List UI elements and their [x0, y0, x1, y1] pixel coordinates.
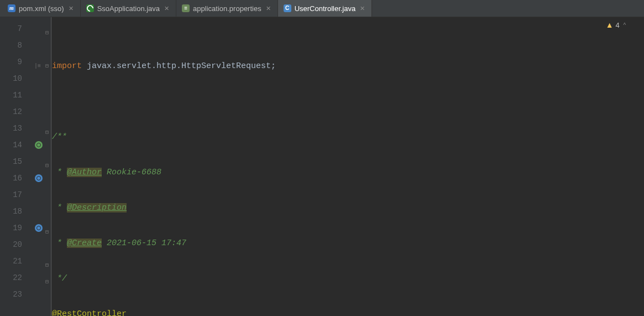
tab-label: SsoApplication.java — [97, 4, 160, 13]
line-number: 11 — [0, 87, 33, 103]
gutter-icons: |≡ — [33, 17, 44, 316]
vertical-guide — [51, 17, 51, 316]
code-area[interactable]: import javax.servlet.http.HttpServletReq… — [52, 17, 644, 316]
javadoc: * — [52, 239, 67, 248]
javadoc: Rookie-6688 — [102, 168, 161, 177]
close-icon[interactable]: ✕ — [359, 5, 366, 12]
spring-bean-icon[interactable] — [35, 224, 43, 232]
tab-bar: m pom.xml (sso) ✕ SsoApplication.java ✕ … — [0, 0, 644, 17]
line-number: 13 — [0, 120, 33, 137]
spring-props-icon: ≡ — [182, 4, 190, 12]
spring-bean-icon[interactable] — [35, 141, 43, 149]
warning-icon: ▲ — [606, 20, 614, 29]
keyword: import — [52, 61, 82, 71]
line-number-gutter: 7 8 9 10 11 12 13 14 15 16 17 18 19 20 2… — [0, 17, 33, 316]
close-icon[interactable]: ✕ — [163, 5, 170, 12]
maven-icon: m — [8, 4, 15, 12]
warning-count: 4 — [616, 21, 620, 29]
line-number: 12 — [0, 103, 33, 120]
line-number: 9 — [0, 54, 33, 70]
line-number: 17 — [0, 187, 33, 203]
line-number: 8 — [0, 37, 33, 54]
tab-label: UserController.java — [295, 4, 356, 13]
code-text: javax.servlet.http.HttpServletRequest; — [82, 61, 276, 71]
javadoc: /** — [52, 132, 67, 142]
line-number: 19 — [0, 220, 33, 236]
line-number: 22 — [0, 270, 33, 286]
tab-props[interactable]: ≡ application.properties ✕ — [176, 0, 278, 17]
tab-sso[interactable]: SsoApplication.java ✕ — [81, 0, 176, 17]
spring-class-icon — [86, 4, 94, 12]
tab-label: application.properties — [193, 4, 261, 13]
line-number: 7 — [0, 20, 33, 37]
tab-usercontroller[interactable]: C UserController.java ✕ — [278, 0, 373, 17]
spring-bean-icon[interactable] — [35, 174, 43, 182]
javadoc: * — [52, 203, 67, 213]
line-number: 14 — [0, 137, 33, 153]
problems-badge[interactable]: ▲ 4 ^ — [606, 20, 627, 29]
javadoc: */ — [52, 274, 67, 283]
javadoc: 2021-06-15 17:47 — [102, 239, 186, 248]
chevron-up-icon[interactable]: ^ — [622, 22, 627, 28]
close-icon[interactable]: ✕ — [265, 5, 272, 12]
java-class-icon: C — [284, 4, 291, 12]
javadoc: * — [52, 168, 67, 177]
tab-pom[interactable]: m pom.xml (sso) ✕ — [2, 0, 81, 17]
line-number: 20 — [0, 236, 33, 253]
line-number: 15 — [0, 153, 33, 170]
editor: 7 8 9 10 11 12 13 14 15 16 17 18 19 20 2… — [0, 17, 644, 316]
line-number: 21 — [0, 253, 33, 270]
line-number: 23 — [0, 286, 33, 303]
line-number: 18 — [0, 203, 33, 220]
line-number: 10 — [0, 70, 33, 87]
line-number: 16 — [0, 170, 33, 187]
javadoc-tag: @Description — [67, 203, 127, 213]
close-icon[interactable]: ✕ — [67, 5, 75, 12]
tab-label: pom.xml (sso) — [19, 4, 64, 13]
javadoc-tag: @Author — [67, 168, 102, 177]
javadoc-tag: @Create — [67, 239, 102, 248]
annotation: @RestController — [52, 309, 127, 316]
